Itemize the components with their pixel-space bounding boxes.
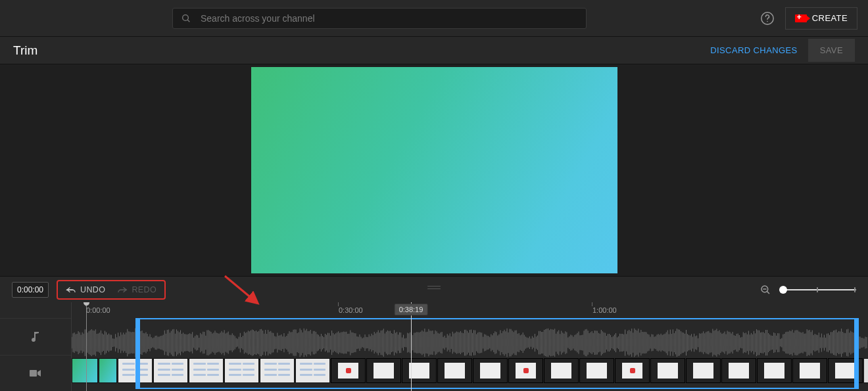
trim-handle-end[interactable] <box>854 319 858 388</box>
search-field[interactable] <box>172 8 587 29</box>
scrub-indicator-line <box>411 302 412 391</box>
playhead[interactable] <box>86 302 87 391</box>
svg-line-1 <box>187 20 189 22</box>
search-input[interactable] <box>201 13 578 24</box>
ruler-marker: 1:00:00 <box>592 306 617 314</box>
timeline-lanes[interactable]: 0:00:00 0:30:00 1:00:00 0:38:19 <box>72 302 868 391</box>
editor-controls-row: 0:00:00 UNDO REDO <box>0 276 868 302</box>
svg-point-3 <box>767 20 768 22</box>
timeline: 0:00:00 0:30:00 1:00:00 0:38:19 <box>0 302 868 391</box>
track-header-column <box>0 302 72 391</box>
zoom-out-icon[interactable] <box>760 284 771 296</box>
video-thumbnail[interactable] <box>863 358 868 383</box>
video-thumbnail[interactable] <box>72 358 98 383</box>
scrub-time-tooltip: 0:38:19 <box>395 304 428 315</box>
panel-drag-handle[interactable] <box>427 286 441 291</box>
svg-line-7 <box>767 291 769 294</box>
svg-line-5 <box>225 276 256 302</box>
video-preview-area <box>0 64 868 276</box>
page-title: Trim <box>13 43 37 58</box>
zoom-slider-tick <box>854 287 856 292</box>
ruler-marker: 0:30:00 <box>339 306 363 314</box>
trim-selection[interactable] <box>135 318 859 389</box>
create-label: CREATE <box>812 13 848 23</box>
top-bar: CREATE <box>0 0 868 37</box>
current-time-display[interactable]: 0:00:00 <box>12 282 49 298</box>
time-ruler[interactable]: 0:00:00 0:30:00 1:00:00 <box>72 302 868 318</box>
video-thumbnail[interactable] <box>99 358 117 383</box>
redo-label: REDO <box>132 285 157 294</box>
zoom-slider-tick <box>817 287 818 292</box>
ruler-marker: 0:00:00 <box>86 306 110 314</box>
camera-icon <box>795 14 807 22</box>
video-preview-frame[interactable] <box>251 67 617 273</box>
undo-icon <box>66 286 76 294</box>
svg-point-0 <box>183 14 189 20</box>
help-icon[interactable] <box>760 11 775 26</box>
redo-button[interactable]: REDO <box>117 285 157 294</box>
redo-icon <box>117 286 128 294</box>
annotation-highlight-undo-redo: UNDO REDO <box>57 280 166 300</box>
create-button[interactable]: CREATE <box>785 7 857 30</box>
undo-label: UNDO <box>80 285 105 294</box>
save-button[interactable]: SAVE <box>808 39 855 62</box>
title-bar: Trim DISCARD CHANGES SAVE <box>0 37 868 64</box>
search-icon <box>181 13 191 24</box>
svg-rect-9 <box>30 370 37 377</box>
zoom-slider-thumb[interactable] <box>779 286 787 294</box>
undo-button[interactable]: UNDO <box>66 285 105 294</box>
video-track-icon[interactable] <box>0 355 71 392</box>
trim-handle-start[interactable] <box>136 319 140 388</box>
zoom-controls <box>760 284 856 296</box>
discard-changes-button[interactable]: DISCARD CHANGES <box>700 39 808 62</box>
audio-track-icon[interactable] <box>0 318 71 355</box>
zoom-slider[interactable] <box>781 289 856 290</box>
